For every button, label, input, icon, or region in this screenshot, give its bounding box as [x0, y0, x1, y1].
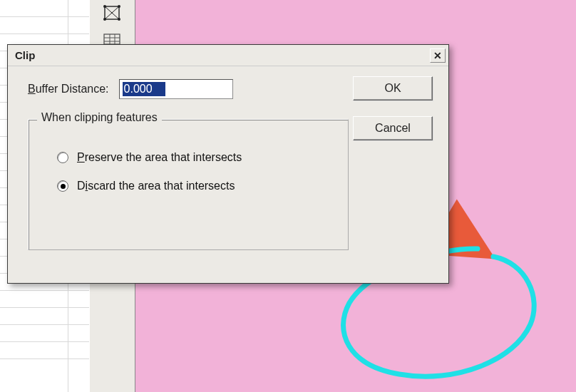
radio-discard-label: Discard the area that intersects	[77, 180, 235, 192]
close-icon: ✕	[433, 50, 442, 61]
ok-button[interactable]: OK	[353, 76, 433, 100]
svg-point-2	[118, 5, 120, 8]
radio-preserve[interactable]	[57, 152, 68, 163]
radio-preserve-label: Preserve the area that intersects	[77, 151, 242, 164]
titlebar[interactable]: Clip ✕	[8, 45, 448, 66]
clipping-options-group: When clipping features Preserve the area…	[28, 119, 349, 250]
cancel-button[interactable]: Cancel	[353, 116, 433, 140]
radio-discard-row[interactable]: Discard the area that intersects	[57, 180, 335, 192]
groupbox-legend: When clipping features	[37, 111, 162, 124]
svg-rect-5	[104, 34, 120, 44]
svg-point-1	[103, 5, 106, 8]
radio-preserve-row[interactable]: Preserve the area that intersects	[57, 151, 335, 164]
buffer-distance-field-wrap[interactable]	[119, 79, 233, 99]
buffer-distance-label: Buffer Distance:	[28, 83, 109, 96]
tool-icon-1[interactable]	[100, 3, 125, 24]
svg-point-4	[118, 18, 120, 21]
close-button[interactable]: ✕	[430, 48, 446, 63]
svg-point-3	[103, 18, 106, 21]
clip-dialog: Clip ✕ Buffer Distance: When clipping fe…	[7, 44, 449, 284]
dialog-title: Clip	[15, 49, 35, 61]
buffer-distance-input[interactable]	[123, 82, 165, 96]
radio-discard[interactable]	[57, 180, 68, 192]
